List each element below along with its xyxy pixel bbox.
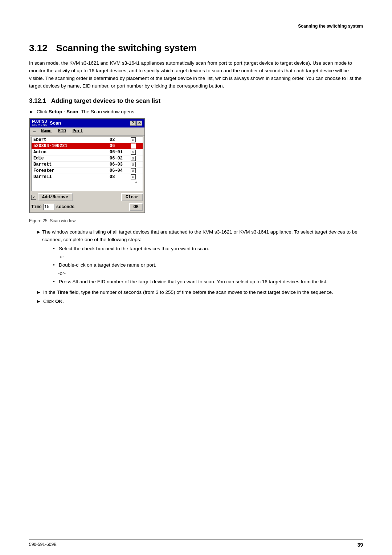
scan-time-row: Time seconds OK xyxy=(30,202,144,212)
row-checkbox[interactable]: ☒ xyxy=(131,137,136,142)
cell-port: 06-01 xyxy=(109,150,131,155)
arrow-bullet-icon: ► xyxy=(29,109,34,114)
help-button[interactable]: ? xyxy=(130,121,136,126)
sub-bullet-dot-3: • xyxy=(53,278,57,286)
menu-minimize-btn[interactable]: ─ xyxy=(31,128,37,135)
header-section: Scanning the switching system xyxy=(0,22,392,32)
sub-bullet-item-3: • Press Alt and the EID number of the ta… xyxy=(53,278,363,286)
figure-caption: Figure 25: Scan window xyxy=(29,218,363,223)
ok-button[interactable]: OK xyxy=(129,203,143,211)
footer-section: 590-591-609B 39 xyxy=(0,540,392,555)
sub-bullet-item-2: • Double-click on a target device name o… xyxy=(53,262,363,269)
seconds-label: seconds xyxy=(56,204,74,210)
table-row[interactable]: Acton 06-01 ☒ xyxy=(32,149,143,155)
close-button[interactable]: ✕ xyxy=(136,121,142,126)
sub-bullet-dot-2: • xyxy=(53,262,57,269)
sub-bullet-list: • Select the check box next to the targe… xyxy=(53,245,363,286)
scan-title-bar: FUJITSU SIEMENS Scan ? ✕ xyxy=(30,119,144,127)
cell-port: 02 xyxy=(109,137,131,142)
row-checkbox[interactable]: ☒ xyxy=(131,143,136,149)
bullet-item-2: ► In the Time field, type the number of … xyxy=(36,289,363,296)
scan-menu-bar: ─ Name EID Port xyxy=(30,127,144,136)
bullet-arrow-icon-2: ► xyxy=(36,289,41,296)
time-label: Time xyxy=(31,204,42,210)
cell-port: 06-03 xyxy=(109,162,131,167)
row-checkbox[interactable]: ☒ xyxy=(131,162,136,167)
time-input[interactable] xyxy=(43,204,55,210)
or-line-2: -or- xyxy=(58,270,363,278)
scan-table-body: Ebert 02 ☒ 520394-100221 06 ☒ Acton xyxy=(31,137,143,191)
cell-name: Edie xyxy=(33,156,87,161)
scan-table-container: Ebert 02 ☒ 520394-100221 06 ☒ Acton xyxy=(30,136,144,192)
scan-footer: ✓ Add/Remove Clear xyxy=(30,192,144,202)
bullet-item-3: ► Click OK. xyxy=(36,298,363,305)
page: Scanning the switching system 3.12Scanni… xyxy=(0,0,392,555)
bullet-arrow-icon-3: ► xyxy=(36,298,41,305)
bullet-item-1: ► The window contains a listing of all t… xyxy=(36,228,363,287)
table-row[interactable]: Darrell 08 ☒ xyxy=(32,174,143,180)
bullet-list: ► The window contains a listing of all t… xyxy=(36,228,363,305)
instruction-line: ► Click Setup - Scan. The Scan window op… xyxy=(29,109,363,114)
table-row[interactable]: Forester 06-04 ☒ xyxy=(32,168,143,174)
cell-name: Forester xyxy=(33,168,87,173)
instruction-text: Click Setup - Scan. The Scan window open… xyxy=(37,109,136,114)
add-remove-button[interactable]: Add/Remove xyxy=(38,193,73,201)
scan-window: FUJITSU SIEMENS Scan ? ✕ ─ Name EID Port xyxy=(29,118,145,213)
scan-title-text: Scan xyxy=(50,120,61,126)
cell-port: 06 xyxy=(109,143,131,149)
subsection-title: Adding target devices to the scan list xyxy=(51,97,160,104)
col-header-name[interactable]: Name xyxy=(38,128,54,135)
scan-footer-left: ✓ Add/Remove xyxy=(31,193,73,201)
sub-bullet-item-1: • Select the check box next to the targe… xyxy=(53,245,363,253)
cell-port: 06-02 xyxy=(109,156,131,161)
bullet-text-3: Click OK. xyxy=(43,298,64,305)
table-row[interactable]: 520394-100221 06 ☒ xyxy=(32,143,143,149)
cell-name: Ebert xyxy=(33,137,87,142)
cell-port: 06-04 xyxy=(109,168,131,173)
cell-port: 08 xyxy=(109,174,131,179)
table-row[interactable]: Barrett 06-03 ☒ xyxy=(32,162,143,168)
cell-name: Darrell xyxy=(33,174,87,179)
table-row[interactable]: Ebert 02 ☒ xyxy=(32,137,143,143)
sub-bullet-dot-1: • xyxy=(53,245,57,253)
subsection-heading: 3.12.1 Adding target devices to the scan… xyxy=(29,97,363,105)
row-checkbox[interactable]: ☒ xyxy=(131,150,136,155)
bullet-text-2: In the Time field, type the number of se… xyxy=(43,289,333,296)
scan-title-buttons: ? ✕ xyxy=(130,121,142,126)
row-checkbox[interactable]: ☒ xyxy=(131,168,136,173)
bullet-arrow-icon-1: ► xyxy=(36,228,40,236)
row-checkbox[interactable]: ☒ xyxy=(131,174,136,179)
row-checkbox[interactable]: ☒ xyxy=(131,156,136,161)
brand-sub: SIEMENS xyxy=(32,123,48,126)
bullet-text-1: The window contains a listing of all tar… xyxy=(42,228,363,287)
table-row[interactable]: Edie 06-02 ☒ xyxy=(32,155,143,162)
subsection-number: 3.12.1 xyxy=(29,97,51,104)
section-title: Scanning the switching system xyxy=(56,42,197,53)
or-line-1: -or- xyxy=(58,253,363,261)
cell-name: 520394-100221 xyxy=(33,143,87,149)
scan-title-left: FUJITSU SIEMENS Scan xyxy=(32,120,61,126)
section-heading: 3.12Scanning the switching system xyxy=(29,42,363,54)
cell-name: Acton xyxy=(33,150,87,155)
page-number: 39 xyxy=(357,542,363,548)
col-header-eid[interactable]: EID xyxy=(55,128,69,135)
header-title-right: Scanning the switching system xyxy=(298,24,363,29)
cell-name: Barrett xyxy=(33,162,87,167)
fujitsu-logo: FUJITSU SIEMENS xyxy=(32,120,48,126)
footer-left: 590-591-609B xyxy=(29,542,57,548)
scroll-indicator: ▲ xyxy=(131,181,142,184)
table-row-empty: ▲ xyxy=(32,180,143,185)
section-body-text: In scan mode, the KVM s3-1621 and KVM s3… xyxy=(29,60,363,90)
footer-checkbox[interactable]: ✓ xyxy=(31,195,36,200)
scan-time-left: Time seconds xyxy=(31,204,74,210)
clear-button[interactable]: Clear xyxy=(121,193,143,201)
section-number: 3.12 xyxy=(29,42,48,53)
content: 3.12Scanning the switching system In sca… xyxy=(0,32,392,539)
col-header-port[interactable]: Port xyxy=(70,128,86,135)
